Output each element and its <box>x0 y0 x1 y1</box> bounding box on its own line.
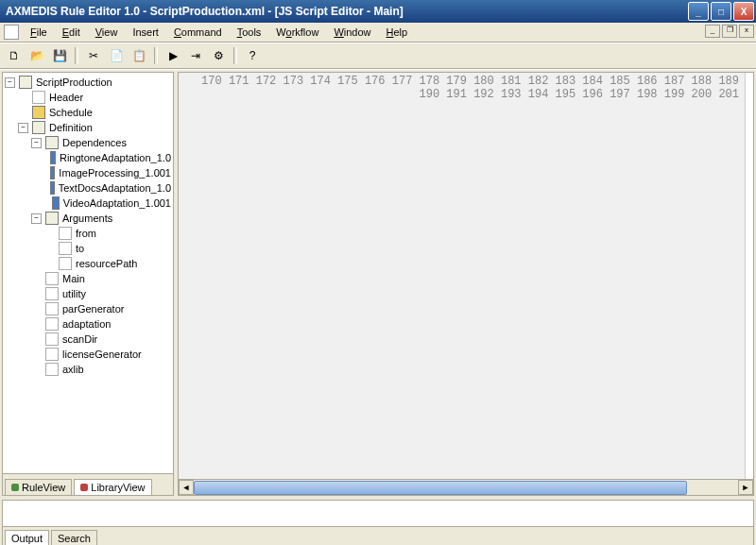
tree-script[interactable]: utility <box>5 286 171 301</box>
window-title: AXMEDIS Rule Editor 1.0 - ScriptProducti… <box>2 5 404 18</box>
tree-argument[interactable]: resourcePath <box>5 256 171 271</box>
tree-script[interactable]: parGenerator <box>5 301 171 316</box>
sidebar: −ScriptProductionHeaderSchedule−Definiti… <box>2 72 174 496</box>
node-label: resourcePath <box>76 258 137 269</box>
paste-button[interactable]: 📋 <box>129 45 149 66</box>
tree-dependences[interactable]: −Dependences <box>5 135 171 150</box>
node-label: adaptation <box>62 318 111 330</box>
node-icon <box>45 317 59 331</box>
tree-script[interactable]: axlib <box>5 362 171 377</box>
node-label: scanDir <box>62 333 97 345</box>
tab-label: Search <box>58 533 91 544</box>
node-label: TextDocsAdaptation_1.0 <box>59 182 171 194</box>
maximize-button[interactable]: □ <box>711 2 731 21</box>
menu-window[interactable]: Window <box>326 25 378 40</box>
node-label: Header <box>49 92 83 103</box>
tree-dependency[interactable]: RingtoneAdaptation_1.0 <box>5 150 171 165</box>
node-icon <box>45 212 59 225</box>
menu-help[interactable]: Help <box>379 25 416 40</box>
node-label: parGenerator <box>62 303 124 315</box>
tab-search[interactable]: Search <box>51 530 97 545</box>
open-button[interactable]: 📂 <box>26 45 47 66</box>
node-icon <box>45 332 59 346</box>
toolbar-separator <box>75 47 78 64</box>
app-icon <box>4 25 19 40</box>
toolbar: 🗋 📂 💾 ✂ 📄 📋 ▶ ⇥ ⚙ ? <box>0 43 756 69</box>
close-button[interactable]: X <box>733 2 754 21</box>
tree-dependency[interactable]: VideoAdaptation_1.001 <box>5 196 171 211</box>
step-button[interactable]: ⇥ <box>185 45 206 66</box>
toggle-icon[interactable]: − <box>31 213 42 224</box>
toggle-icon[interactable]: − <box>5 77 15 88</box>
node-label: Definition <box>49 122 93 133</box>
node-icon <box>32 121 45 134</box>
tree-dependency[interactable]: ImageProcessing_1.001 <box>5 165 171 180</box>
toggle-icon[interactable]: − <box>18 123 28 133</box>
node-label: axlib <box>62 364 84 375</box>
tab-output[interactable]: Output <box>5 530 49 545</box>
tree-schedule[interactable]: Schedule <box>5 105 171 120</box>
node-icon <box>50 151 56 164</box>
node-icon <box>59 257 72 270</box>
node-label: RingtoneAdaptation_1.0 <box>60 152 171 163</box>
node-icon <box>59 227 72 240</box>
tree-script[interactable]: adaptation <box>5 316 171 332</box>
tree-script[interactable]: Main <box>5 271 171 286</box>
node-label: utility <box>62 288 86 299</box>
node-label: from <box>76 228 96 239</box>
tree-argument[interactable]: from <box>5 226 171 241</box>
tree-root[interactable]: −ScriptProduction <box>5 75 171 90</box>
node-label: Dependences <box>62 137 127 148</box>
new-button[interactable]: 🗋 <box>4 45 25 66</box>
menu-insert[interactable]: Insert <box>125 25 166 40</box>
tree-script[interactable]: licenseGenerator <box>5 347 171 362</box>
node-label: VideoAdaptation_1.001 <box>63 197 171 209</box>
toggle-icon[interactable]: − <box>31 138 42 148</box>
mdi-restore-button[interactable]: ❐ <box>722 25 737 38</box>
code-content[interactable]: print("Creating MASTER Copy of AXMEDIS O… <box>746 73 753 479</box>
node-icon <box>45 287 59 300</box>
tree-arguments[interactable]: −Arguments <box>5 211 171 226</box>
tree-argument[interactable]: to <box>5 241 171 256</box>
menu-command[interactable]: Command <box>166 25 230 40</box>
output-content[interactable] <box>3 501 753 526</box>
cut-button[interactable]: ✂ <box>83 45 104 66</box>
node-label: Main <box>62 273 85 284</box>
tree-script[interactable]: scanDir <box>5 332 171 347</box>
scroll-left-arrow[interactable]: ◄ <box>179 480 194 495</box>
node-label: to <box>76 243 84 254</box>
node-label: Arguments <box>62 213 112 224</box>
node-label: licenseGenerator <box>62 349 142 360</box>
tab-label: Output <box>11 533 43 544</box>
horizontal-scrollbar[interactable]: ◄ ► <box>179 479 753 495</box>
tree-definition[interactable]: −Definition <box>5 120 171 135</box>
scroll-thumb[interactable] <box>194 481 687 495</box>
menu-tools[interactable]: Tools <box>230 25 269 40</box>
scroll-right-arrow[interactable]: ► <box>738 480 753 495</box>
help-button[interactable]: ? <box>242 45 263 66</box>
tree-dependency[interactable]: TextDocsAdaptation_1.0 <box>5 180 171 196</box>
tab-libraryview[interactable]: LibraryView <box>74 479 151 495</box>
code-editor: 170 171 172 173 174 175 176 177 178 179 … <box>178 72 754 496</box>
menu-workflow[interactable]: Workflow <box>268 25 326 40</box>
node-icon <box>32 91 45 104</box>
save-button[interactable]: 💾 <box>49 45 70 66</box>
title-bar[interactable]: AXMEDIS Rule Editor 1.0 - ScriptProducti… <box>0 0 756 23</box>
debug-button[interactable]: ⚙ <box>208 45 229 66</box>
node-icon <box>19 76 32 89</box>
minimize-button[interactable]: _ <box>688 2 709 21</box>
dot-icon <box>80 484 88 491</box>
mdi-close-button[interactable]: x <box>739 25 754 38</box>
line-gutter: 170 171 172 173 174 175 176 177 178 179 … <box>179 73 746 479</box>
tree-header[interactable]: Header <box>5 90 171 105</box>
tab-ruleview[interactable]: RuleView <box>5 479 72 495</box>
menu-file[interactable]: File <box>23 25 55 40</box>
menu-edit[interactable]: Edit <box>55 25 88 40</box>
tab-label: RuleView <box>22 482 65 493</box>
menu-view[interactable]: View <box>88 25 126 40</box>
mdi-minimize-button[interactable]: _ <box>705 25 720 38</box>
node-icon <box>32 106 45 119</box>
run-button[interactable]: ▶ <box>163 45 183 66</box>
copy-button[interactable]: 📄 <box>106 45 127 66</box>
project-tree[interactable]: −ScriptProductionHeaderSchedule−Definiti… <box>3 73 173 473</box>
